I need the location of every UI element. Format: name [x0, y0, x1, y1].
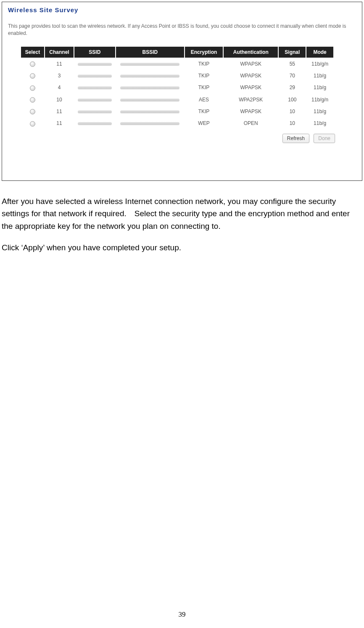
cell-signal: 70 — [278, 70, 306, 82]
cell-signal: 100 — [278, 94, 306, 106]
ssid-redacted — [78, 87, 112, 89]
bssid-redacted — [120, 87, 179, 89]
cell-signal: 10 — [278, 117, 306, 129]
th-bssid: BSSID — [116, 46, 185, 58]
panel-scroll-area[interactable]: Wireless Site Survey This page provides … — [2, 2, 362, 180]
cell-auth: OPEN — [223, 117, 278, 129]
body-paragraph-2: Click ‘Apply’ when you have completed yo… — [2, 241, 361, 254]
th-signal: Signal — [278, 46, 306, 58]
select-radio[interactable] — [30, 61, 35, 67]
page-number: 39 — [0, 610, 364, 619]
refresh-button[interactable]: Refresh — [282, 134, 309, 143]
th-select: Select — [21, 46, 45, 58]
table-row: 10 AES WPA2PSK 100 11b/g/n — [21, 94, 334, 106]
cell-mode: 11b/g — [306, 117, 334, 129]
body-paragraph-1: After you have selected a wireless Inter… — [2, 195, 361, 232]
cell-encryption: TKIP — [185, 106, 223, 117]
cell-mode: 11b/g — [306, 106, 334, 117]
cell-channel: 11 — [45, 106, 74, 117]
bssid-redacted — [120, 75, 179, 77]
survey-table: Select Channel SSID BSSID Encryption Aut… — [21, 46, 334, 130]
cell-mode: 11b/g/n — [306, 94, 334, 106]
table-body: 11 TKIP WPAPSK 55 11b/g/n 3 — [21, 58, 334, 130]
ssid-redacted — [78, 122, 112, 125]
cell-channel: 10 — [45, 94, 74, 106]
th-ssid: SSID — [74, 46, 116, 58]
cell-signal: 55 — [278, 58, 306, 70]
th-mode: Mode — [306, 46, 334, 58]
cell-channel: 11 — [45, 117, 74, 129]
panel-description: This page provides tool to scan the wire… — [8, 23, 356, 37]
panel-title: Wireless Site Survey — [8, 6, 356, 13]
table-row: 11 WEP OPEN 10 11b/g — [21, 117, 334, 129]
table-row: 11 TKIP WPAPSK 10 11b/g — [21, 106, 334, 117]
document-body: After you have selected a wireless Inter… — [0, 181, 364, 254]
button-row: Refresh Done — [8, 130, 356, 147]
cell-channel: 4 — [45, 82, 74, 93]
cell-encryption: TKIP — [185, 58, 223, 70]
bssid-redacted — [120, 122, 179, 125]
ssid-redacted — [78, 111, 112, 113]
bssid-redacted — [120, 63, 179, 66]
cell-encryption: TKIP — [185, 82, 223, 93]
select-radio[interactable] — [30, 73, 35, 79]
table-row: 11 TKIP WPAPSK 55 11b/g/n — [21, 58, 334, 70]
table-header-row: Select Channel SSID BSSID Encryption Aut… — [21, 46, 334, 58]
select-radio[interactable] — [30, 85, 35, 91]
select-radio[interactable] — [30, 121, 35, 127]
cell-channel: 11 — [45, 58, 74, 70]
cell-encryption: AES — [185, 94, 223, 106]
cell-encryption: TKIP — [185, 70, 223, 82]
cell-auth: WPAPSK — [223, 70, 278, 82]
ssid-redacted — [78, 75, 112, 77]
cell-channel: 3 — [45, 70, 74, 82]
cell-encryption: WEP — [185, 117, 223, 129]
table-row: 4 TKIP WPAPSK 29 11b/g — [21, 82, 334, 93]
cell-signal: 10 — [278, 106, 306, 117]
cell-mode: 11b/g — [306, 70, 334, 82]
select-radio[interactable] — [30, 109, 35, 114]
wireless-survey-panel: Wireless Site Survey This page provides … — [2, 2, 362, 181]
th-encryption: Encryption — [185, 46, 223, 58]
table-row: 3 TKIP WPAPSK 70 11b/g — [21, 70, 334, 82]
cell-signal: 29 — [278, 82, 306, 93]
ssid-redacted — [78, 99, 112, 101]
select-radio[interactable] — [30, 97, 35, 103]
cell-auth: WPA2PSK — [223, 94, 278, 106]
cell-auth: WPAPSK — [223, 58, 278, 70]
done-button[interactable]: Done — [314, 134, 335, 143]
cell-auth: WPAPSK — [223, 106, 278, 117]
cell-mode: 11b/g — [306, 82, 334, 93]
bssid-redacted — [120, 111, 179, 113]
ssid-redacted — [78, 63, 112, 66]
cell-mode: 11b/g/n — [306, 58, 334, 70]
th-channel: Channel — [45, 46, 74, 58]
cell-auth: WPAPSK — [223, 82, 278, 93]
th-authentication: Authentication — [223, 46, 278, 58]
bssid-redacted — [120, 99, 179, 101]
